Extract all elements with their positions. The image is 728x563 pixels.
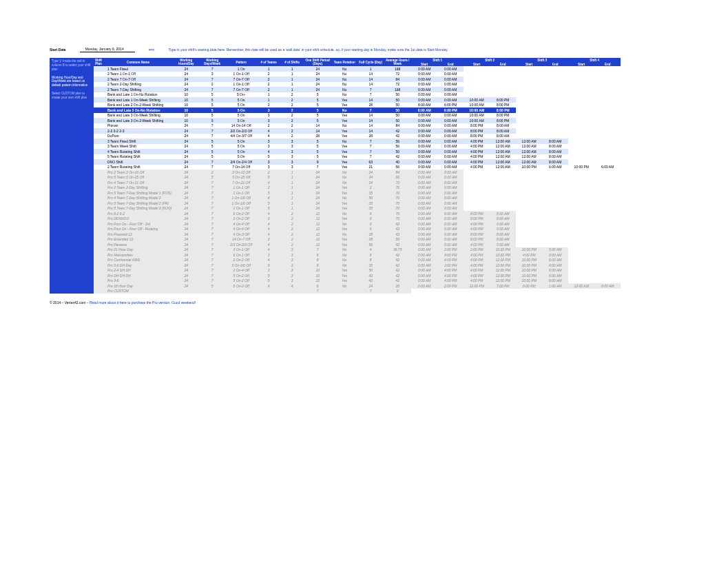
table-row[interactable]: Pro DDNNOO2472 On-2 Off3212Yes8700:00 AM… (94, 216, 621, 222)
col-cycle: Full Cycle (Day) (357, 58, 384, 66)
table-row[interactable]: Bank and Late 1 On-Week Shifting1055 On1… (94, 97, 621, 103)
table-row[interactable]: Pro Four On - Four Off - Rotating2474 On… (94, 227, 621, 232)
table-row[interactable]: Pro 4 Team 7 On-21 Off2477 On-21 Off4124… (94, 180, 621, 185)
shift-table: Shift Plan Common Name Working Hours/Day… (94, 58, 621, 294)
col-rot: Team Rotation (331, 58, 357, 66)
start-date-input[interactable]: Monday, January 6, 2014 (80, 47, 135, 52)
col-pattern: Pattern (225, 58, 257, 66)
table-row[interactable]: Pitman24714 On-14 Off2214No14840:00 AM0:… (94, 123, 621, 129)
table-row[interactable]: Pro 5 Team 7-Day Shifting Model 3 (KON)2… (94, 206, 621, 212)
table-row[interactable]: Bank and Late 1 On-No Rotation1055 On-12… (94, 92, 621, 98)
table-row[interactable]: Bank and Late 3 On-Week Shifting1055 On3… (94, 113, 621, 119)
table-row[interactable]: Pro 5-6 DH Day2475 On-2/6 Off538No35420:… (94, 263, 621, 268)
table-row[interactable]: Bank and Late 3 On-2-Week Shifting1055 O… (94, 118, 621, 123)
col-name: Common Name (103, 58, 173, 66)
table-row[interactable]: Pro 18 Hour Day2455 On-2 Off446No24280:0… (94, 283, 621, 289)
sidebar-tip-3: Select CUSTOM plan to create your own sh… (52, 92, 92, 100)
top-row: Start Date Monday, January 6, 2014 <<< T… (50, 47, 728, 52)
table-row[interactable]: Pro 5 Team 5 On-25 Off2455 On-25 Off5124… (94, 175, 621, 181)
footer-link[interactable]: Read more about it here to purchase the … (90, 300, 196, 305)
table-row[interactable]: 2 Team 1 On-1 Off2431 On-1 Off2124No1472… (94, 72, 621, 77)
col-plan: Shift Plan (94, 58, 103, 66)
table-row[interactable]: 4 Team Rotating Shift2455 On435Yes7500:0… (94, 149, 621, 154)
table-row[interactable]: Pro Continental 4/8/62472 On-2 Off438No8… (94, 258, 621, 263)
table-row[interactable]: Pro 5-62475 On-2 Off5310Yes42420:00 AM4:… (94, 278, 621, 284)
table-row[interactable]: Pro 21 Hour Day2473 On-1 Off437No436.750… (94, 247, 621, 253)
table-row[interactable]: Pro CUSTOM770 (94, 289, 621, 294)
table-row[interactable]: 3 Team Week Shift2455 On335Yes7560:00 AM… (94, 144, 621, 150)
table-row[interactable]: 2 Team 7-Day Shifting2477 On-7 Off2124No… (94, 87, 621, 92)
table-row[interactable]: Pro 6-2 6-22476 On-2 Off4212No8700:00 AM… (94, 211, 621, 216)
col-shifts: # of Shifts (280, 58, 304, 66)
table-row[interactable]: 2 Team Rotating Shift2477 On-14 Off337Ye… (94, 165, 621, 170)
table-row[interactable]: Pro 2-4 DH DH2472 On-4 Off3310Yes50420:0… (94, 268, 621, 274)
table-row[interactable]: 1 Team Fixed2471 On1124No11680:00 AM0:00… (94, 66, 621, 72)
footer-copy: © 2014 – Vertex42.com – (50, 300, 90, 305)
table-row[interactable]: Pro 5 Team 7-Day Shifting Model 2 (FR)24… (94, 201, 621, 206)
arrow-icon: <<< (149, 48, 155, 52)
start-date-label: Start Date (50, 48, 66, 52)
table-row[interactable]: 2-2 3-2 2-32472/2 On-2/3 Off4214Yes14420… (94, 128, 621, 134)
table-row[interactable]: Bank and Late 3 On-No Rotation1055 On325… (94, 108, 621, 113)
col-period: One Shift Period (Days) (304, 58, 331, 66)
table-row[interactable]: Pro DH DH DH2475 On-2 Off5310Yes42420:00… (94, 273, 621, 278)
table-row[interactable]: DNO Shift2472/4 On-2/4 Off339Yes63400:00… (94, 159, 621, 165)
table-row[interactable]: 2 Team 2-Day Shifting2421 On-1 Off2124No… (94, 82, 621, 88)
table-row[interactable]: Pro 5 Team 7-Day Shifting Model 1 (FOS)2… (94, 190, 621, 196)
table-body: 1 Team Fixed2471 On1124No11680:00 AM0:00… (94, 66, 621, 294)
table-row[interactable]: Bank and Late 2 On-2-Week Shifting1055 O… (94, 103, 621, 108)
sidebar: Type 'y' inside the cell in column B to … (50, 58, 94, 294)
table-row[interactable]: 3 Team Fixed Shift2455 On335No7560:00 AM… (94, 139, 621, 144)
col-hours: Working Hours/Day (173, 58, 199, 66)
table-row[interactable]: Pro 2 Team 2-Day Shifting2471 On-1 Off21… (94, 185, 621, 191)
col-days: Working Days/Week (199, 58, 225, 66)
table-row[interactable]: Pro Extended 1224714 On-7 Off3212Yes2850… (94, 237, 621, 243)
table-row[interactable]: 2 Team 7 On-7 Off2477 On-7 Off2124No1484… (94, 76, 621, 82)
table-row[interactable]: Pro Panama2472/3 On-2/3 Off4212Yes56420:… (94, 242, 621, 247)
sidebar-tip-2: Working Hour/Day and Day/Week are based … (52, 76, 92, 88)
sidebar-tip-1: Type 'y' inside the cell in column B to … (52, 59, 92, 72)
table-row[interactable]: 5 Team Rotating Shift2455 On535Yes7420:0… (94, 154, 621, 160)
start-date-hint: Type in your shift's starting date here.… (168, 48, 448, 52)
table-header: Shift Plan Common Name Working Hours/Day… (94, 58, 621, 66)
footer: © 2014 – Vertex42.com – Read more about … (50, 300, 728, 305)
table-row[interactable]: Pro 4 Team 7-Day Shifting Model 22471 On… (94, 196, 621, 201)
table-row[interactable]: Pro Metropolitan2476 On-1 Off338No8420:0… (94, 252, 621, 258)
col-teams: # of Teams (257, 58, 280, 66)
col-avg: Average Hours / Week (384, 58, 411, 66)
table-row[interactable]: Pro Four On - Four Off - 3rd2474 On-4 Of… (94, 221, 621, 227)
table-row[interactable]: Pro Powered 122474 On-3 Off4212No28420:0… (94, 232, 621, 237)
table-row[interactable]: Pro 2 Team 2 On-10 Off2422 On-10 Off2124… (94, 170, 621, 175)
table-row[interactable]: DuPont2474/4 On-3/7 Off4228Yes28420:00 A… (94, 134, 621, 139)
